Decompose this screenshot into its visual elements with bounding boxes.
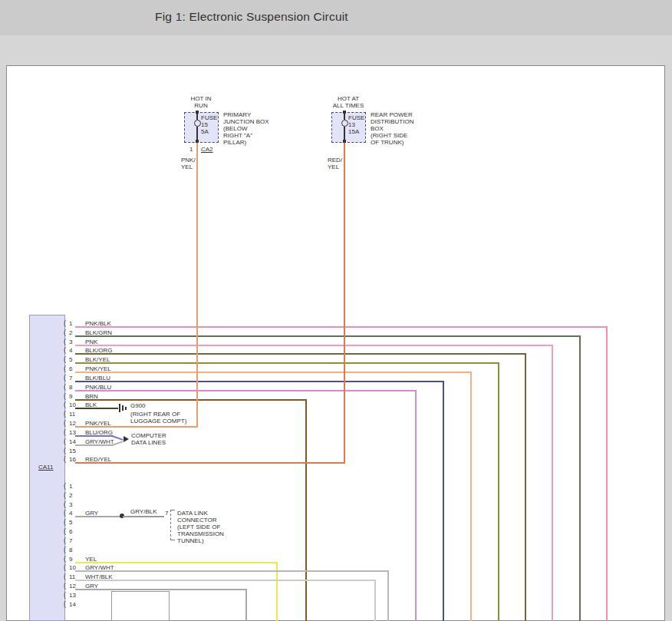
c1-pin-terminal-icon: (: [64, 401, 66, 408]
fuse2-hot-label: HOT AT ALL TIMES: [325, 95, 371, 109]
fuse1-terminal-top-icon: [196, 111, 199, 114]
wire-blk-blu-vertical: [443, 381, 444, 621]
computer-data-lines-arrow-icon: [124, 436, 129, 442]
c1-pin-number: 16: [69, 456, 76, 463]
c2-pin-number: 10: [69, 564, 76, 571]
fuse1-element-icon: [194, 120, 201, 127]
c2-pin-number: 11: [69, 573, 75, 580]
c1-wire-label: BLU/ORG: [85, 429, 113, 436]
c2-pin-terminal-icon: (: [64, 600, 66, 608]
wire-gry-wht-vertical: [387, 570, 389, 621]
c1-pin-number: 8: [69, 384, 72, 391]
c1-pin-number: 2: [69, 329, 72, 336]
fuse2-rating-label: FUSE 13 15A: [348, 114, 364, 135]
c2-pin-terminal-icon: (: [64, 573, 66, 580]
wire-pnk-vertical: [552, 345, 553, 621]
wire-pnk-yel: [75, 372, 472, 373]
c1-wire-label: PNK/BLU: [85, 384, 111, 391]
ground-note: (RIGHT REAR OF LUGGAGE COMPT): [130, 411, 186, 424]
computer-data-lines-label: COMPUTER DATA LINES: [131, 432, 166, 446]
wire-gry: [75, 516, 123, 517]
c2-pin-number: 12: [69, 583, 76, 590]
wire-gry: [75, 589, 247, 590]
c1-pin-terminal-icon: (: [64, 428, 66, 436]
c1-wire-label: BLK: [85, 401, 97, 408]
wire-red-yel-feed-vertical: [344, 143, 345, 464]
diagram-canvas: [6, 65, 665, 621]
c1-pin-terminal-icon: (: [64, 455, 66, 463]
wire-pnk-blu-vertical: [415, 390, 417, 621]
fuse1-connector-label: CA2: [201, 146, 213, 153]
c1-wire-label: PNK/YEL: [85, 420, 111, 427]
c1-wire-label: BRN: [85, 393, 98, 400]
c1-wire-label: RED/YEL: [85, 456, 111, 463]
wire-wht-blk-vertical: [374, 580, 376, 621]
c1-pin-number: 11: [69, 411, 75, 418]
bottom-connector-box: [111, 591, 170, 621]
fuse1-lead-top: [196, 113, 198, 120]
c2-pin-terminal-icon: (: [64, 500, 66, 508]
fuse2-lead-top: [344, 113, 345, 120]
fuse2-element-icon: [341, 120, 348, 127]
wire-red-yel: [75, 462, 345, 464]
c2-pin-number: 8: [69, 547, 72, 553]
dlc-wire-label: GRY/BLK: [130, 508, 157, 515]
fuse2-location-label: REAR POWER DISTRIBUTION BOX (RIGHT SIDE …: [371, 111, 413, 146]
wire-brn-vertical: [305, 399, 307, 621]
c2-pin-terminal-icon: (: [64, 555, 66, 563]
wire-pnk-yel-vertical: [470, 372, 472, 621]
wire-blk-blu: [75, 381, 444, 382]
wire-yel: [75, 562, 278, 563]
c2-wire-label: GRY/WHT: [85, 564, 114, 571]
c1-pin-number: 9: [69, 393, 72, 400]
fuse1-wire-label: PNK/ YEL: [181, 157, 196, 170]
c1-pin-number: 13: [69, 429, 76, 436]
c1-wire-label: BLK/ORG: [85, 347, 113, 354]
c2-pin-number: 2: [69, 492, 72, 499]
fuse1-rating-label: FUSE 15 5A: [201, 114, 217, 135]
c1-wire-label: PNK/BLK: [85, 320, 111, 327]
c1-pin-number: 14: [69, 438, 76, 445]
c2-pin-number: 6: [69, 528, 72, 535]
dlc-label: DATA LINK CONNECTOR (LEFT SIDE OF TRANSM…: [177, 510, 224, 544]
c1-pin-number: 3: [69, 339, 72, 345]
c1-pin-number: 15: [69, 448, 76, 454]
c2-pin-number: 14: [69, 601, 76, 608]
c2-pin-number: 4: [69, 510, 72, 517]
ground-label: G900: [130, 402, 146, 409]
c1-wire-label: GRY/WHT: [85, 438, 114, 445]
wire-pnk-blk-vertical: [606, 326, 608, 621]
c1-pin-terminal-icon: (: [64, 438, 66, 445]
c1-pin-terminal-icon: (: [64, 374, 66, 382]
wire-gry-blk: [123, 516, 164, 517]
wire-brn: [75, 399, 307, 401]
ground-symbol-bar1-icon: [119, 404, 120, 412]
dlc-connector-bracket-icon: [170, 510, 175, 540]
c2-pin-terminal-icon: (: [64, 546, 66, 553]
c1-pin-terminal-icon: (: [64, 383, 66, 391]
c1-pin-number: 7: [69, 375, 72, 382]
wire-gry-wht: [75, 570, 389, 572]
c1-pin-number: 6: [69, 365, 72, 372]
wire-blk-grn: [75, 335, 581, 337]
c2-pin-terminal-icon: (: [64, 537, 66, 544]
c2-pin-terminal-icon: (: [64, 491, 66, 499]
wire-blk-grn-vertical: [579, 335, 581, 621]
c2-pin-terminal-icon: (: [64, 563, 66, 571]
c1-pin-terminal-icon: (: [64, 329, 66, 336]
wire-wht-blk: [75, 580, 376, 581]
c1-pin-number: 12: [69, 420, 76, 427]
wire-blk-org-vertical: [525, 353, 526, 621]
fuse1-location-label: PRIMARY JUNCTION BOX (BELOW RIGHT "A" PI…: [223, 111, 269, 146]
c1-wire-label: BLK/GRN: [85, 329, 112, 336]
c1-pin-terminal-icon: (: [64, 410, 66, 418]
wire-pnk: [75, 345, 553, 346]
c1-wire-label: PNK/YEL: [85, 365, 111, 372]
wire-blk-org: [75, 353, 526, 355]
c2-pin-terminal-icon: (: [64, 518, 66, 526]
c1-pin-number: 1: [69, 320, 72, 327]
wire-blk-yel-vertical: [498, 362, 499, 621]
c1-wire-label: BLK/BLU: [85, 375, 110, 382]
c2-wire-label: GRY: [85, 510, 98, 517]
c2-pin-number: 3: [69, 501, 72, 508]
